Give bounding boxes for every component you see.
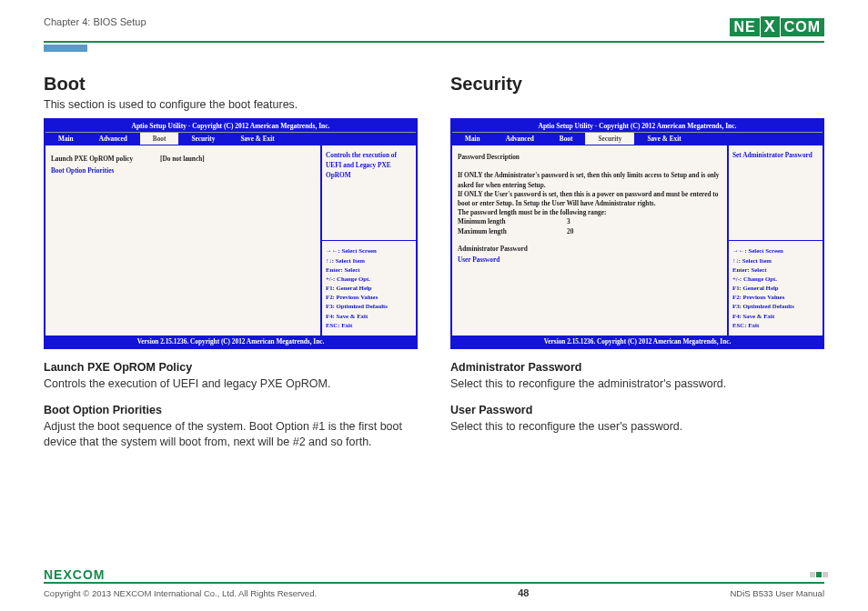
bios-options: Launch PXE OpROM policy [Do not launch] … <box>45 145 320 336</box>
bios-tabs: Main Advanced Boot Security Save & Exit <box>45 132 416 145</box>
desc-pxe: Launch PXE OpROM Policy Controls the exe… <box>44 360 418 392</box>
desc-pxe-title: Launch PXE OpROM Policy <box>44 360 418 376</box>
tab-save-exit[interactable]: Save & Exit <box>634 133 693 145</box>
desc-user-pw: User Password Select this to reconfigure… <box>450 403 824 435</box>
chapter-label: Chapter 4: BIOS Setup <box>44 16 146 27</box>
max-length-label: Maximum length <box>458 227 567 236</box>
security-column: Security Aptio Setup Utility - Copyright… <box>450 74 824 460</box>
option-pxe-value: [Do not launch] <box>160 153 205 165</box>
logo-x: X <box>761 16 780 37</box>
tab-advanced[interactable]: Advanced <box>493 133 547 145</box>
footer-squares-icon <box>810 572 828 577</box>
bios-help: Set Administrator Password →←: Select Sc… <box>727 145 823 336</box>
tab-save-exit[interactable]: Save & Exit <box>227 133 287 145</box>
tab-main[interactable]: Main <box>45 133 86 145</box>
max-length-value: 20 <box>567 227 573 235</box>
footer-logo: NEXCOM <box>44 567 824 582</box>
bios-options: Password Description If ONLY the Adminis… <box>452 145 727 336</box>
tab-boot[interactable]: Boot <box>547 133 586 145</box>
desc-admin-pw: Administrator Password Select this to re… <box>450 360 824 392</box>
desc-boot-priorities: Boot Option Priorities Adjust the boot s… <box>44 403 418 450</box>
key-hint: F1: General Help <box>326 284 412 293</box>
bios-help-text: Controls the execution of UEFI and Legac… <box>326 151 412 181</box>
security-heading: Security <box>450 74 824 95</box>
option-pxe[interactable]: Launch PXE OpROM policy [Do not launch] <box>51 153 315 165</box>
key-hint: +/-: Change Opt. <box>732 275 819 284</box>
bios-title: Aptio Setup Utility - Copyright (C) 2012… <box>45 120 416 132</box>
footer-doc-title: NDiS B533 User Manual <box>731 588 825 598</box>
key-hint: F3: Optimized Defaults <box>326 302 412 311</box>
key-hint: F1: General Help <box>732 284 819 293</box>
tab-main[interactable]: Main <box>452 133 493 145</box>
key-hint: F4: Save & Exit <box>732 312 819 321</box>
bios-footer: Version 2.15.1236. Copyright (C) 2012 Am… <box>452 336 823 347</box>
key-hint: +/-: Change Opt. <box>326 275 412 284</box>
tab-security[interactable]: Security <box>178 133 227 145</box>
bios-tabs: Main Advanced Boot Security Save & Exit <box>452 132 823 145</box>
security-bios-panel: Aptio Setup Utility - Copyright (C) 2012… <box>450 118 824 349</box>
bios-footer: Version 2.15.1236. Copyright (C) 2012 Am… <box>45 336 416 347</box>
min-length-label: Minimum length <box>458 217 567 226</box>
key-hint: F2: Previous Values <box>732 293 819 302</box>
boot-intro: This section is used to configure the bo… <box>44 98 418 111</box>
bios-help: Controls the execution of UEFI and Legac… <box>320 145 416 336</box>
tab-advanced[interactable]: Advanced <box>86 133 140 145</box>
desc-bp-body: Adjust the boot sequence of the system. … <box>44 419 418 450</box>
key-hint: ESC: Exit <box>326 321 412 330</box>
bios-title: Aptio Setup Utility - Copyright (C) 2012… <box>452 120 823 132</box>
desc-pxe-body: Controls the execution of UEFI and legac… <box>44 376 418 392</box>
boot-column: Boot This section is used to configure t… <box>44 74 418 460</box>
key-hint: F2: Previous Values <box>326 293 412 302</box>
boot-bios-panel: Aptio Setup Utility - Copyright (C) 2012… <box>44 118 418 349</box>
key-hint: ↑↓: Select Item <box>326 256 412 265</box>
key-hint: F3: Optimized Defaults <box>732 302 819 311</box>
tab-security[interactable]: Security <box>585 133 634 145</box>
tab-boot[interactable]: Boot <box>140 133 179 145</box>
boot-heading: Boot <box>44 74 418 95</box>
key-hint: Enter: Select <box>732 265 819 275</box>
min-length-value: 3 <box>567 217 570 225</box>
pw-body2: If ONLY the User's password is set, then… <box>458 190 722 208</box>
page-number: 48 <box>518 587 529 598</box>
key-hint: →←: Select Screen <box>732 246 819 255</box>
desc-admin-body: Select this to reconfigure the administr… <box>450 376 824 392</box>
key-hint: F4: Save & Exit <box>326 312 412 321</box>
option-pxe-label: Launch PXE OpROM policy <box>51 153 160 165</box>
logo-part2: COM <box>781 18 824 36</box>
key-hint: ↑↓: Select Item <box>732 256 819 265</box>
pw-heading: Password Description <box>458 153 722 162</box>
item-user-password[interactable]: User Password <box>458 255 722 265</box>
header-tab-accent <box>44 45 87 52</box>
pw-body1: If ONLY the Administrator's password is … <box>458 171 722 189</box>
pw-body3: The password length must be in the follo… <box>458 208 722 217</box>
bios-help-text: Set Administrator Password <box>732 151 819 161</box>
desc-admin-title: Administrator Password <box>450 360 824 376</box>
footer-copyright: Copyright © 2013 NEXCOM International Co… <box>44 588 317 598</box>
security-intro-spacer <box>450 98 824 111</box>
key-hint: →←: Select Screen <box>326 246 412 255</box>
desc-user-body: Select this to reconfigure the user's pa… <box>450 419 824 435</box>
desc-user-title: User Password <box>450 403 824 418</box>
desc-bp-title: Boot Option Priorities <box>44 403 418 418</box>
option-boot-priorities[interactable]: Boot Option Priorities <box>51 165 315 176</box>
item-admin-password[interactable]: Administrator Password <box>458 244 722 255</box>
logo-part1: NE <box>730 18 759 36</box>
header-rule <box>44 41 824 43</box>
logo: NE X COM <box>730 16 824 37</box>
key-hint: Enter: Select <box>326 265 412 275</box>
key-hint: ESC: Exit <box>732 321 819 330</box>
